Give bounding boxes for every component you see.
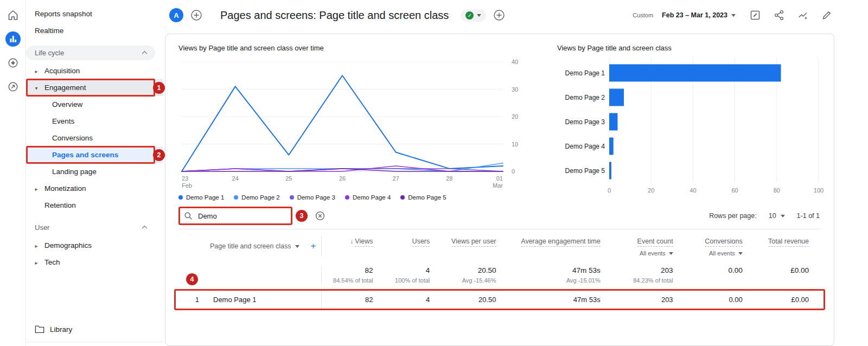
sidebar-item-events[interactable]: Events [26,113,163,130]
reports-icon[interactable] [4,30,22,48]
sidebar-item-pages-and-screens[interactable]: Pages and screens 2 [26,146,163,163]
views-bar-chart: 020406080100Demo Page 1Demo Page 2Demo P… [557,55,828,201]
pagination-controls: Rows per page: 10 1-1 of 1 [709,212,820,220]
add-comparison-icon[interactable] [189,8,204,23]
chevron-up-icon [142,226,148,231]
clear-search-icon[interactable] [315,211,325,221]
app-root: Reports snapshot Realtime Life cycle ▸ A… [0,0,868,346]
svg-text:25: 25 [285,175,292,182]
svg-text:20: 20 [648,187,654,194]
sidebar-item-acquisition[interactable]: ▸ Acquisition [26,62,163,79]
svg-text:24: 24 [232,175,239,182]
page-title: Pages and screens: Page title and screen… [220,9,449,22]
svg-text:Demo Page 3: Demo Page 3 [565,118,605,126]
row-views-per-user: 20.50 [442,296,508,304]
sidebar-item-conversions[interactable]: Conversions [26,130,163,146]
svg-text:Demo Page 4: Demo Page 4 [565,143,605,150]
column-header-views[interactable]: ↓Views [322,236,385,257]
sidebar-item-label: Overview [52,100,82,108]
svg-text:30: 30 [512,86,518,93]
sidebar-item-label: Landing page [52,168,97,176]
legend-dot [400,195,405,200]
row-users: 4 [385,296,442,304]
sidebar-item-demographics[interactable]: ▸ Demographics [26,237,163,254]
section-label: Life cycle [35,49,64,57]
bar-chart-title: Views by Page title and screen class [557,44,821,52]
check-icon: ✓ [465,11,474,20]
column-header-users[interactable]: Users [385,236,442,257]
add-dimension-icon[interactable]: + [310,241,316,252]
triangle-right-icon: ▸ [33,185,40,191]
report-nav-sidebar: Reports snapshot Realtime Life cycle ▸ A… [26,0,163,346]
bar-chart-panel: Views by Page title and screen class 020… [547,44,821,203]
edit-pencil-icon[interactable] [819,8,834,23]
pagination-range: 1-1 of 1 [797,212,820,220]
sidebar-item-overview[interactable]: Overview [26,96,163,113]
date-range-picker[interactable]: Feb 23 – Mar 1, 2023 [659,11,739,20]
sort-desc-icon: ↓ [350,238,353,245]
avatar[interactable]: A [169,8,183,22]
table-row[interactable]: 1 Demo Page 1 82 4 20.50 47m 53s 203 0.0… [178,291,821,309]
sidebar-item-label: Monetization [44,184,86,193]
chevron-up-icon [142,51,148,56]
add-icon[interactable] [492,8,507,23]
svg-text:23: 23 [182,175,188,182]
insights-icon[interactable] [795,8,810,23]
column-header-event-count[interactable]: Event count All events [612,236,685,257]
totals-total-revenue: £0.00 [755,266,821,284]
legend-label: Demo Page 4 [353,194,391,201]
column-label: Average engagement time [521,238,600,247]
legend-item: Demo Page 4 [345,194,391,201]
all-events-label: All events [709,250,735,257]
sidebar-section-user[interactable]: User [26,220,155,235]
svg-text:10: 10 [512,141,518,148]
all-events-label: All events [640,250,666,257]
sidebar-item-label: Conversions [52,134,93,142]
rows-per-page-select[interactable]: 10 [769,212,785,220]
svg-text:80: 80 [774,187,780,194]
totals-event-count: 20384.23% of total [612,266,685,284]
legend-dot [178,195,183,200]
svg-text:Demo Page 1: Demo Page 1 [565,69,605,77]
main-content: A Pages and screens: Page title and scre… [163,0,868,346]
report-card: Views by Page title and screen class ove… [165,34,834,346]
dimension-header[interactable]: Page title and screen class + [178,236,322,257]
row-conversions: 0.00 [685,296,755,304]
column-header-views-per-user[interactable]: Views per user [442,236,508,257]
event-count-filter[interactable]: All events [612,250,673,257]
advertising-icon[interactable] [4,78,22,95]
customize-report-icon[interactable] [748,8,763,23]
sidebar-item-tech[interactable]: ▸ Tech [26,254,163,271]
column-label: Conversions [705,238,742,247]
sidebar-item-library[interactable]: Library [26,320,163,338]
sidebar-item-monetization[interactable]: ▸ Monetization [26,180,163,197]
sidebar-item-engagement[interactable]: ▾ Engagement 1 [26,79,163,96]
data-quality-badge[interactable]: ✓ [461,9,486,22]
conversions-filter[interactable]: All events [685,250,743,257]
search-input[interactable] [197,212,273,221]
sidebar-item-reports-snapshot[interactable]: Reports snapshot [26,5,163,22]
column-header-total-revenue[interactable]: Total revenue [755,236,821,257]
sidebar-section-life-cycle[interactable]: Life cycle [26,46,155,60]
triangle-right-icon: ▸ [33,242,40,248]
date-range-value: Feb 23 – Mar 1, 2023 [662,11,727,19]
row-total-revenue: £0.00 [755,296,821,304]
column-header-conversions[interactable]: Conversions All events [685,236,755,257]
caret-down-icon [669,252,673,255]
home-icon[interactable] [4,7,22,24]
triangle-right-icon: ▸ [33,68,40,74]
share-icon[interactable] [771,8,787,23]
charts-area: Views by Page title and screen class ove… [178,44,821,203]
sidebar-item-retention[interactable]: Retention [26,197,163,214]
legend-label: Demo Page 1 [186,194,224,201]
table-search[interactable]: 3 [180,208,291,223]
sidebar-item-realtime[interactable]: Realtime [26,22,163,39]
section-label: User [35,223,49,232]
sidebar-item-landing-page[interactable]: Landing page [26,163,163,180]
chart-legend: Demo Page 1 Demo Page 2 Demo Page 3 [178,194,534,201]
column-header-avg-engagement-time[interactable]: Average engagement time [508,236,612,257]
explore-icon[interactable] [4,54,22,72]
line-chart-title: Views by Page title and screen class ove… [178,44,534,52]
legend-label: Demo Page 3 [297,194,335,201]
svg-text:Demo Page 5: Demo Page 5 [565,167,605,175]
